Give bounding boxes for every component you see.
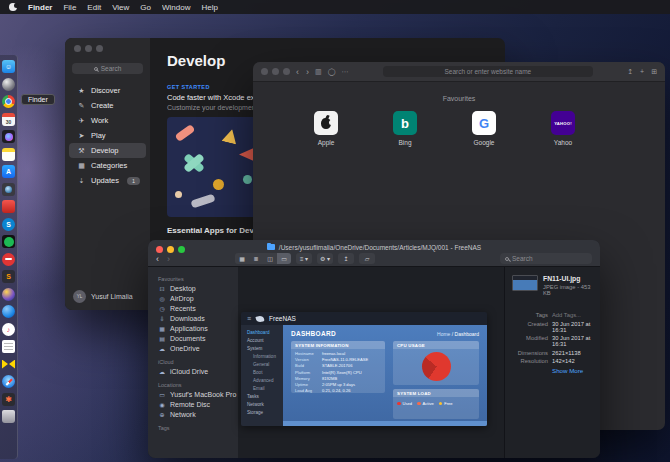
finder-sidebar: Favourites ⊡ Desktop ◎ AirDrop ◷ Re — [148, 267, 238, 458]
action-button[interactable]: ⚙ ▾ — [317, 253, 333, 264]
app-store-nav-item[interactable]: ⚒ Develop — [69, 143, 146, 158]
finder-sidebar-entry[interactable]: ☁ iCloud Drive — [148, 366, 238, 376]
photos-dark-app-icon[interactable]: ✱ — [2, 393, 15, 406]
sidebar-toggle-icon[interactable]: ▥ — [315, 68, 322, 76]
calendar-icon[interactable]: 30 — [2, 113, 15, 126]
finder-sidebar-entry[interactable]: ⊕ Network — [148, 409, 238, 419]
spotify-icon[interactable] — [2, 235, 15, 248]
zoom-button[interactable] — [96, 45, 103, 52]
favourite-item[interactable]: G Google — [461, 111, 507, 146]
menu-item[interactable]: Help — [201, 3, 217, 12]
file-preview-image[interactable]: ≡ FreeNAS DashboardAccountSystemInformat… — [241, 312, 487, 426]
menu-item[interactable]: Go — [140, 3, 151, 12]
menu-item[interactable]: View — [112, 3, 129, 12]
blue-sphere-app-icon[interactable] — [2, 305, 15, 318]
app-store-nav: ★ Discover ✎ Create ✈ Work — [65, 83, 150, 188]
reader-icon[interactable]: ◯ — [328, 68, 336, 76]
more-icon[interactable]: ⋯ — [341, 68, 348, 76]
menu-item[interactable]: File — [63, 3, 76, 12]
multicolor-sphere-app-icon[interactable] — [2, 288, 15, 301]
skype-icon[interactable]: S — [2, 218, 15, 231]
freenas-nav-item: Account — [241, 336, 283, 344]
tags-button[interactable]: ▱ — [359, 253, 375, 264]
minimize-button[interactable] — [85, 45, 92, 52]
app-store-nav-item[interactable]: ➤ Play — [69, 128, 146, 143]
new-tab-icon[interactable]: + — [640, 68, 644, 76]
view-segment[interactable]: ≣ — [249, 253, 263, 264]
favourite-item[interactable]: YAHOO! Yahoo — [540, 111, 586, 146]
nav-item-label: Discover — [91, 86, 120, 95]
tab-overview-icon[interactable]: ⊞ — [651, 68, 657, 76]
app-store-nav-item[interactable]: ✈ Work — [69, 113, 146, 128]
safari-icon[interactable] — [2, 375, 15, 388]
textedit-icon[interactable] — [2, 340, 15, 353]
favourites-grid: Apple b Bing G Google YAHOO! Yahoo — [253, 111, 665, 146]
notes-icon[interactable] — [2, 148, 15, 161]
chrome-icon[interactable] — [2, 95, 15, 108]
group-button[interactable]: ≡ ▾ — [296, 253, 312, 264]
finder-sidebar-entry[interactable]: ⊡ Desktop — [148, 283, 238, 293]
gray-sphere-app-icon[interactable] — [2, 78, 15, 91]
legend-dot — [417, 402, 421, 406]
apple-menu-icon[interactable] — [9, 3, 17, 11]
photo-booth-icon[interactable] — [2, 183, 15, 196]
trash-icon[interactable] — [2, 410, 15, 423]
back-button[interactable]: ‹ — [296, 67, 299, 77]
finder-sidebar-entry[interactable]: ◎ AirDrop — [148, 293, 238, 303]
finder-sidebar-entry[interactable]: ◷ Recents — [148, 303, 238, 313]
finder-sidebar-entry[interactable]: ▤ Documents — [148, 333, 238, 343]
finder-sidebar-entry[interactable]: Favourites — [148, 276, 238, 282]
finder-sidebar-entry[interactable]: ⇩ Downloads — [148, 313, 238, 323]
red-app-icon[interactable] — [2, 200, 15, 213]
finder-sidebar-entry[interactable]: ▦ Applications — [148, 323, 238, 333]
menu-app-name[interactable]: Finder — [28, 3, 52, 12]
freenas-breadcrumb: Home / Dashboard — [437, 331, 479, 337]
itunes-icon[interactable]: ♪ — [2, 323, 15, 336]
show-more-link[interactable]: Show More — [512, 367, 593, 374]
menu-item[interactable]: Edit — [87, 3, 101, 12]
view-segment[interactable]: ▦ — [235, 253, 249, 264]
sublime-text-icon[interactable]: S — [2, 270, 15, 283]
back-button[interactable]: ‹ — [156, 254, 159, 264]
sysinfo-row: Build STABLE-201706 — [295, 363, 381, 368]
menu-bar: Finder FileEditViewGoWindowHelp — [0, 0, 670, 14]
app-store-search-field[interactable]: Search — [72, 63, 143, 74]
app-store-nav-item[interactable]: ✎ Create — [69, 98, 146, 113]
forward-button[interactable]: › — [306, 67, 309, 77]
app-store-nav-item[interactable]: ▦ Categories — [69, 158, 146, 173]
close-button[interactable] — [156, 246, 163, 253]
share-button[interactable]: ↥ — [338, 253, 354, 264]
close-button[interactable] — [261, 68, 268, 75]
zoom-button[interactable] — [178, 246, 185, 253]
finder-sidebar-entry[interactable]: ▭ Yusuf's MacBook Pro — [148, 389, 238, 399]
favourite-item[interactable]: b Bing — [382, 111, 428, 146]
view-segment[interactable]: ◫ — [263, 253, 277, 264]
search-icon — [94, 67, 98, 71]
account-row[interactable]: YL Yusuf Limalia — [73, 290, 133, 303]
finder-sidebar-entry[interactable]: Locations — [148, 382, 238, 388]
file-thumbnail[interactable] — [512, 275, 538, 291]
finder-sidebar-entry[interactable]: Tags — [148, 425, 238, 431]
finder-sidebar-entry[interactable]: ◉ Remote Disc — [148, 399, 238, 409]
minimize-button[interactable] — [167, 246, 174, 253]
finder-search-field[interactable]: Search — [500, 253, 592, 264]
finder-sidebar-entry[interactable]: iCloud — [148, 359, 238, 365]
finder-icon[interactable]: ☺ — [2, 60, 15, 73]
sidebar-item-icon: ☁ — [158, 345, 166, 352]
menu-item[interactable]: Window — [162, 3, 190, 12]
finder-sidebar-entry[interactable]: ☁ OneDrive — [148, 343, 238, 353]
no-entry-app-icon[interactable] — [2, 253, 15, 266]
zoom-button[interactable] — [283, 68, 290, 75]
view-segment[interactable]: ▭ — [277, 253, 291, 264]
share-icon[interactable]: ↥ — [627, 68, 633, 76]
favourite-item[interactable]: Apple — [303, 111, 349, 146]
address-bar[interactable]: Search or enter website name — [383, 66, 593, 77]
close-button[interactable] — [74, 45, 81, 52]
minimize-button[interactable] — [272, 68, 279, 75]
app-store-nav-item[interactable]: ⇣ Updates 1 — [69, 173, 146, 188]
siri-icon[interactable] — [2, 130, 15, 143]
app-store-nav-item[interactable]: ★ Discover — [69, 83, 146, 98]
butterfly-app-icon[interactable] — [2, 358, 15, 371]
app-store-icon[interactable]: A — [2, 165, 15, 178]
forward-button[interactable]: › — [167, 254, 170, 264]
